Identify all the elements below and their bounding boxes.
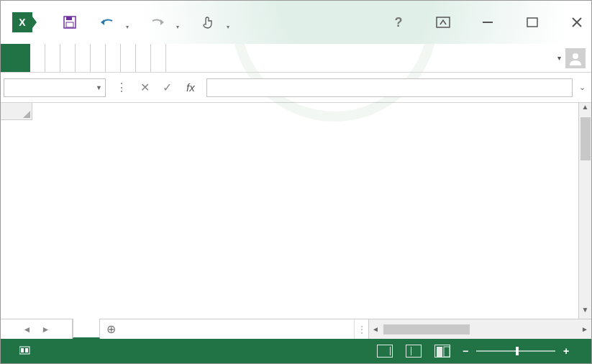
svg-rect-11	[25, 348, 28, 352]
tab-page-layout[interactable]	[60, 44, 76, 72]
zoom-in-icon[interactable]: +	[561, 345, 571, 357]
cells-area[interactable]	[32, 120, 578, 319]
excel-app-icon: X	[12, 12, 32, 32]
formula-bar: ▼ ⋮ ✕ ✓ fx ⌄	[1, 73, 591, 103]
maximize-icon[interactable]	[524, 14, 541, 31]
name-box[interactable]: ▼	[4, 78, 106, 97]
svg-rect-3	[437, 17, 450, 27]
row-headers[interactable]	[1, 120, 32, 319]
fx-label[interactable]: fx	[182, 81, 199, 94]
title-bar: X ▾ ▾ ▾ ?	[1, 1, 591, 44]
svg-rect-5	[527, 18, 537, 27]
svg-point-8	[573, 53, 578, 59]
ribbon-tabs: ▾	[1, 44, 591, 73]
tab-developer[interactable]	[136, 44, 151, 72]
svg-rect-10	[21, 348, 24, 352]
tab-review[interactable]	[106, 44, 121, 72]
name-box-dropdown-icon[interactable]: ▼	[96, 84, 102, 91]
view-page-layout-icon[interactable]	[406, 345, 422, 358]
cancel-formula-icon[interactable]: ✕	[137, 81, 152, 94]
sheet-next-icon[interactable]: ►	[42, 324, 50, 335]
zoom-thumb[interactable]	[516, 347, 519, 355]
undo-dropdown-icon[interactable]: ▾	[126, 24, 129, 30]
touch-mode-icon[interactable]	[199, 14, 217, 31]
horizontal-scroll-thumb[interactable]	[383, 324, 470, 335]
tab-home[interactable]	[30, 44, 45, 72]
tab-insert[interactable]	[45, 44, 60, 72]
zoom-out-icon[interactable]: −	[460, 345, 470, 357]
ribbon-options-icon[interactable]: ▾	[557, 54, 561, 62]
undo-icon[interactable]	[99, 14, 116, 31]
status-bar: − +	[1, 339, 591, 363]
add-sheet-icon[interactable]: ⊕	[100, 319, 122, 339]
tab-view[interactable]	[121, 44, 136, 72]
view-normal-icon[interactable]	[377, 345, 393, 358]
vertical-scrollbar[interactable]: ▲ ▼	[578, 103, 591, 319]
sheet-tab-bar: ◄ ► ⊕ ⋮ ◄ ►	[1, 319, 591, 339]
column-headers[interactable]	[32, 103, 578, 120]
vertical-scroll-thumb[interactable]	[580, 117, 591, 160]
scroll-up-icon[interactable]: ▲	[579, 103, 591, 116]
sheet-tab-active[interactable]	[73, 319, 100, 339]
hscroll-grip-icon[interactable]: ⋮	[354, 319, 368, 339]
sheet-nav: ◄ ►	[1, 319, 73, 339]
view-page-break-icon[interactable]	[434, 345, 450, 358]
scroll-down-icon[interactable]: ▼	[579, 306, 591, 319]
scroll-right-icon[interactable]: ►	[578, 325, 591, 333]
zoom-control: − +	[460, 345, 583, 357]
zoom-slider[interactable]	[476, 350, 555, 352]
redo-dropdown-icon[interactable]: ▾	[176, 24, 179, 30]
ribbon-display-icon[interactable]	[434, 14, 452, 31]
scroll-left-icon[interactable]: ◄	[369, 325, 382, 333]
help-icon[interactable]: ?	[390, 14, 407, 31]
svg-rect-13	[444, 347, 450, 357]
accept-formula-icon[interactable]: ✓	[160, 81, 175, 94]
sheet-prev-icon[interactable]: ◄	[23, 324, 32, 335]
svg-rect-12	[437, 347, 442, 357]
minimize-icon[interactable]	[479, 14, 496, 31]
close-icon[interactable]	[568, 14, 586, 31]
view-buttons	[377, 345, 450, 358]
touch-dropdown-icon[interactable]: ▾	[227, 24, 229, 30]
horizontal-scrollbar[interactable]: ◄ ►	[368, 319, 591, 339]
quick-access-toolbar: ▾ ▾ ▾	[61, 14, 229, 31]
tab-data[interactable]	[91, 44, 106, 72]
formula-expand-icon[interactable]: ⌄	[575, 83, 588, 92]
tab-file[interactable]	[1, 44, 30, 72]
svg-rect-2	[66, 22, 73, 27]
redo-icon[interactable]	[149, 14, 166, 31]
macro-record-icon[interactable]	[19, 345, 32, 358]
user-avatar-icon[interactable]	[565, 48, 586, 68]
select-all-corner[interactable]	[1, 103, 32, 120]
formula-grip-icon[interactable]: ⋮	[113, 81, 130, 94]
svg-rect-1	[66, 17, 72, 20]
tab-formulas[interactable]	[76, 44, 91, 72]
tab-acrobat[interactable]	[151, 44, 166, 72]
formula-input[interactable]	[206, 78, 573, 97]
spreadsheet-grid[interactable]: ▲ ▼	[1, 103, 591, 319]
save-icon[interactable]	[61, 14, 78, 31]
